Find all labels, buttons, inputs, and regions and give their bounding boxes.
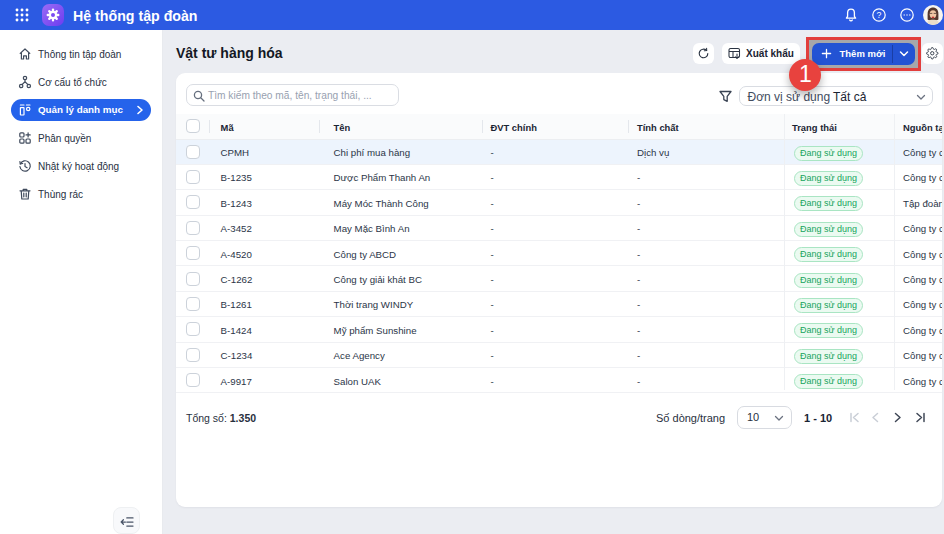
- svg-text:?: ?: [876, 10, 881, 20]
